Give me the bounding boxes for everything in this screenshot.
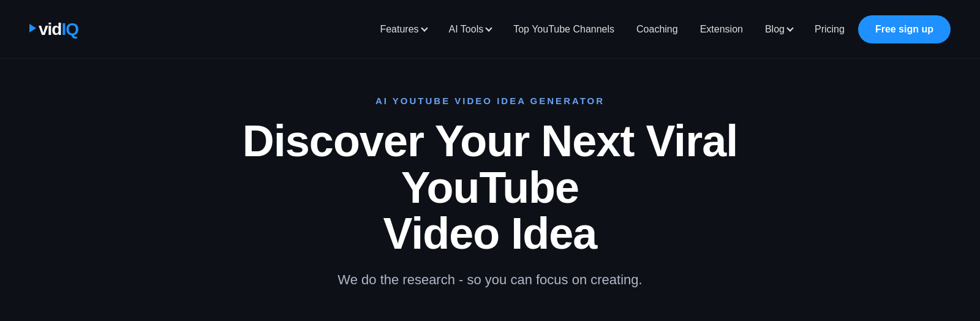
chevron-down-icon — [486, 25, 492, 31]
nav-label-pricing: Pricing — [815, 24, 845, 35]
logo-play-icon — [29, 24, 36, 32]
nav-label-ai-tools: AI Tools — [449, 24, 484, 35]
nav-label-top-youtube-channels: Top YouTube Channels — [513, 24, 614, 35]
nav-item-blog[interactable]: Blog — [756, 19, 801, 40]
logo-vid-text: vid — [39, 20, 61, 39]
nav-item-top-youtube-channels[interactable]: Top YouTube Channels — [505, 19, 623, 40]
free-signup-button[interactable]: Free sign up — [858, 15, 951, 43]
nav-item-pricing[interactable]: Pricing — [806, 19, 853, 40]
nav-label-coaching: Coaching — [636, 24, 678, 35]
nav-label-blog: Blog — [765, 24, 785, 35]
nav-item-features[interactable]: Features — [371, 19, 435, 40]
logo-iq-text: IQ — [61, 20, 78, 39]
hero-title-line1: Discover Your Next Viral YouTube — [243, 116, 737, 212]
nav-label-extension: Extension — [700, 24, 743, 35]
hero-title-line2: Video Idea — [383, 209, 597, 258]
nav-links: Features AI Tools Top YouTube Channels C… — [371, 15, 951, 43]
nav-item-extension[interactable]: Extension — [692, 19, 752, 40]
navbar: vidIQ Features AI Tools Top YouTube Chan… — [0, 0, 980, 59]
nav-item-ai-tools[interactable]: AI Tools — [440, 19, 500, 40]
hero-title: Discover Your Next Viral YouTube Video I… — [214, 118, 766, 257]
nav-item-coaching[interactable]: Coaching — [628, 19, 687, 40]
hero-section: AI YouTube Video Idea Generator Discover… — [0, 59, 980, 314]
logo[interactable]: vidIQ — [29, 20, 78, 39]
chevron-down-icon — [786, 25, 793, 31]
hero-subtitle: We do the research - so you can focus on… — [337, 270, 642, 290]
chevron-down-icon — [421, 25, 428, 31]
nav-label-features: Features — [380, 24, 418, 35]
hero-eyebrow: AI YouTube Video Idea Generator — [375, 96, 605, 106]
